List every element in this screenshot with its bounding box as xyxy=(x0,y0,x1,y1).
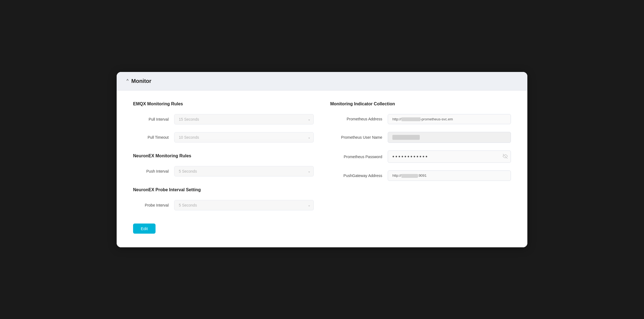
probe-section-title: NeuronEX Probe Interval Setting xyxy=(133,187,314,192)
prometheus-password-input-wrapper xyxy=(388,150,511,163)
push-interval-row: Push Interval 5 Seconds ⌄ xyxy=(133,166,314,176)
pushgateway-address-row: PushGateway Address http://:9091 xyxy=(330,170,511,181)
pull-interval-select[interactable]: 15 Seconds xyxy=(174,114,314,124)
prometheus-password-label: Prometheus Password xyxy=(330,155,382,159)
probe-interval-select-wrapper: 5 Seconds ⌄ xyxy=(174,200,314,210)
prometheus-address-row: Prometheus Address http://-prometheus-sv… xyxy=(330,114,511,124)
left-column: EMQX Monitoring Rules Pull Interval 15 S… xyxy=(133,102,314,234)
pull-interval-label: Pull Interval xyxy=(133,117,169,121)
probe-interval-row: Probe Interval 5 Seconds ⌄ xyxy=(133,200,314,210)
probe-interval-label: Probe Interval xyxy=(133,203,169,207)
username-blur xyxy=(392,135,420,140)
main-card: ^ Monitor EMQX Monitoring Rules Pull Int… xyxy=(117,72,527,247)
pushgateway-address-input-wrapper: http://:9091 xyxy=(388,170,511,181)
pushgateway-address-value: http://:9091 xyxy=(388,170,511,181)
push-interval-select[interactable]: 5 Seconds xyxy=(174,166,314,176)
push-interval-select-wrapper: 5 Seconds ⌄ xyxy=(174,166,314,176)
prometheus-address-value: http://-prometheus-svc.em xyxy=(388,114,511,124)
pull-timeout-select-wrapper: 10 Seconds ⌄ xyxy=(174,132,314,143)
emqx-section-title: EMQX Monitoring Rules xyxy=(133,102,314,106)
prometheus-password-row: Prometheus Password xyxy=(330,150,511,163)
collapse-icon[interactable]: ^ xyxy=(127,79,129,83)
pull-timeout-row: Pull Timeout 10 Seconds ⌄ xyxy=(133,132,314,143)
card-header: ^ Monitor xyxy=(117,72,527,91)
neuronex-monitoring-title: NeuronEX Monitoring Rules xyxy=(133,153,314,158)
pushgateway-ip-blur xyxy=(401,174,418,178)
prometheus-address-blur xyxy=(401,117,421,121)
card-body: EMQX Monitoring Rules Pull Interval 15 S… xyxy=(117,91,527,247)
pull-interval-select-wrapper: 15 Seconds ⌄ xyxy=(174,114,314,124)
pull-interval-row: Pull Interval 15 Seconds ⌄ xyxy=(133,114,314,124)
probe-interval-section: NeuronEX Probe Interval Setting Probe In… xyxy=(133,187,314,210)
page-title: Monitor xyxy=(131,78,151,84)
pushgateway-address-label: PushGateway Address xyxy=(330,173,382,178)
prometheus-username-row: Prometheus User Name xyxy=(330,132,511,143)
pull-timeout-label: Pull Timeout xyxy=(133,135,169,140)
prometheus-address-label: Prometheus Address xyxy=(330,117,382,121)
probe-interval-select[interactable]: 5 Seconds xyxy=(174,200,314,210)
prometheus-address-input-wrapper: http://-prometheus-svc.em xyxy=(388,114,511,124)
edit-button[interactable]: Edit xyxy=(133,224,156,234)
emqx-section: EMQX Monitoring Rules Pull Interval 15 S… xyxy=(133,102,314,143)
prometheus-username-label: Prometheus User Name xyxy=(330,135,382,140)
prometheus-username-value xyxy=(388,132,511,143)
prometheus-password-input[interactable] xyxy=(388,150,511,163)
pull-timeout-select[interactable]: 10 Seconds xyxy=(174,132,314,143)
push-interval-label: Push Interval xyxy=(133,169,169,173)
prometheus-username-input-wrapper xyxy=(388,132,511,143)
right-column: Monitoring Indicator Collection Promethe… xyxy=(330,102,511,234)
monitoring-collection-title: Monitoring Indicator Collection xyxy=(330,102,511,106)
neuronex-monitoring-section: NeuronEX Monitoring Rules Push Interval … xyxy=(133,153,314,176)
password-visibility-icon[interactable] xyxy=(503,154,508,160)
